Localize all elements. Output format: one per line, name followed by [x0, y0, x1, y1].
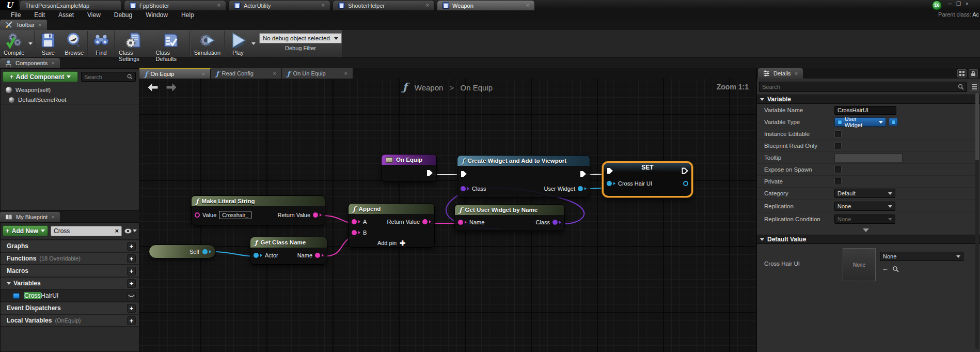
app-tab-weapon[interactable]: Weapon × — [437, 0, 535, 10]
compile-button[interactable]: Compile — [0, 30, 28, 56]
tooltip-field[interactable] — [834, 154, 903, 162]
advanced-expander-icon[interactable] — [863, 228, 869, 232]
close-icon[interactable]: × — [526, 3, 529, 8]
asset-thumbnail[interactable]: None — [843, 248, 876, 281]
clear-search-icon[interactable]: × — [115, 227, 119, 235]
exec-out-pin[interactable] — [426, 170, 433, 176]
details-panel-tab[interactable]: Details × — [758, 68, 803, 79]
node-self[interactable]: Self — [149, 244, 216, 258]
value-text-field[interactable]: Crosshair_ — [219, 211, 251, 219]
section-functions[interactable]: Functions (18 Overridable) + — [1, 253, 139, 265]
close-icon[interactable]: × — [795, 71, 798, 76]
graph-tab-on-un-equip[interactable]: ƒ On Un Equip × — [282, 68, 353, 79]
add-pin-button[interactable]: Add pin ✚ — [349, 238, 434, 248]
node-get-class-name[interactable]: ƒ Get Class Name Actor Name — [250, 237, 327, 265]
node-on-equip[interactable]: On Equip — [381, 154, 437, 182]
default-value-section-header[interactable]: Default Value — [757, 235, 980, 244]
my-blueprint-search-input[interactable]: Cross × — [51, 226, 122, 236]
browse-asset-icon[interactable] — [892, 266, 899, 272]
toolbar-tab[interactable]: Toolbar × — [0, 20, 47, 30]
close-icon[interactable]: × — [273, 71, 276, 76]
b-input-pin[interactable]: B — [352, 229, 367, 236]
close-icon[interactable]: × — [344, 71, 347, 76]
view-options-button[interactable] — [124, 226, 137, 236]
section-event-dispatchers[interactable]: Event Dispatchers + — [1, 302, 139, 315]
section-graphs[interactable]: Graphs + — [1, 240, 139, 253]
details-scrollbar[interactable] — [975, 93, 979, 349]
graph-tab-on-equip[interactable]: ƒ On Equip × — [139, 68, 211, 79]
close-icon[interactable]: × — [966, 1, 969, 7]
add-macro-button[interactable]: + — [127, 267, 136, 276]
menu-window[interactable]: Window — [139, 11, 175, 19]
add-function-button[interactable]: + — [127, 254, 136, 263]
section-macros[interactable]: Macros + — [1, 265, 139, 278]
add-graph-button[interactable]: + — [127, 242, 136, 251]
add-component-button[interactable]: Add Component — [3, 71, 78, 82]
default-value-dropdown[interactable]: None — [880, 252, 963, 261]
close-icon[interactable]: × — [38, 22, 41, 28]
add-local-variable-button[interactable]: + — [127, 316, 136, 325]
variable-name-field[interactable]: CrossHairUI — [834, 106, 896, 115]
debug-object-dropdown[interactable]: No debug object selected — [259, 33, 342, 43]
replication-dropdown[interactable]: None — [834, 202, 895, 211]
menu-debug[interactable]: Debug — [107, 11, 139, 19]
restore-icon[interactable]: ❐ — [956, 1, 961, 7]
lock-icon[interactable] — [969, 69, 978, 78]
name-output-pin[interactable]: Name — [297, 252, 324, 258]
replication-condition-dropdown[interactable]: None — [834, 215, 895, 224]
close-icon[interactable]: × — [51, 60, 54, 66]
append-return-value-pin[interactable]: Return Value — [387, 219, 431, 225]
play-options-caret-icon[interactable] — [251, 42, 256, 45]
breadcrumb-root[interactable]: Weapon — [415, 83, 444, 92]
component-item-weapon-self[interactable]: Weapon(self) — [1, 85, 139, 95]
exec-out-pin[interactable] — [682, 167, 688, 174]
blueprint-read-only-checkbox[interactable] — [834, 142, 842, 149]
self-output-pin[interactable] — [202, 249, 211, 254]
node-make-literal-string[interactable]: ƒ Make Literal String Value Crosshair_ R… — [191, 195, 325, 225]
menu-view[interactable]: View — [81, 11, 107, 19]
graph-tab-read-config[interactable]: ƒ Read Config × — [211, 68, 282, 79]
blueprint-graph-canvas[interactable]: ƒ Weapon > On Equip Zoom 1:1 On Equip — [139, 79, 756, 352]
exec-out-pin[interactable] — [580, 171, 587, 177]
close-icon[interactable]: × — [217, 3, 220, 8]
actor-input-pin[interactable]: Actor — [254, 252, 278, 258]
close-icon[interactable]: × — [51, 215, 54, 220]
menu-help[interactable]: Help — [175, 11, 201, 19]
a-input-pin[interactable]: A — [352, 219, 367, 225]
class-settings-button[interactable]: Class Settings — [115, 30, 152, 62]
instance-editable-checkbox[interactable] — [834, 130, 842, 137]
user-widget-output-pin[interactable]: User Widget — [544, 186, 587, 192]
browse-button[interactable]: Browse — [61, 30, 87, 56]
close-icon[interactable]: × — [202, 71, 205, 77]
exec-in-pin[interactable] — [461, 171, 467, 177]
class-defaults-button[interactable]: Class Defaults — [152, 30, 189, 62]
category-dropdown[interactable]: Default — [834, 189, 895, 198]
node-get-user-widget-by-name[interactable]: ƒ Get User Widget by Name Name Class — [454, 204, 565, 231]
components-panel-tab[interactable]: Components × — [0, 58, 60, 68]
container-type-button[interactable] — [889, 118, 898, 126]
close-icon[interactable]: × — [322, 3, 325, 8]
variable-type-dropdown[interactable]: User Widget — [834, 117, 886, 127]
add-event-dispatcher-button[interactable]: + — [127, 304, 136, 313]
simulation-button[interactable]: Simulation — [191, 30, 224, 56]
app-tab-fppshooter[interactable]: FppShooter × — [124, 0, 226, 10]
app-tab-shooterhelper[interactable]: ShooterHelper × — [333, 0, 435, 10]
cross-hair-ui-output-pin[interactable] — [683, 181, 688, 186]
menu-file[interactable]: File — [4, 11, 27, 19]
name-input-pin[interactable]: Name — [458, 219, 484, 225]
find-button[interactable]: Find — [88, 30, 114, 56]
private-checkbox[interactable] — [834, 178, 842, 185]
node-set-crosshairui[interactable]: SET Cross Hair UI — [602, 161, 693, 197]
compile-options-caret-icon[interactable] — [28, 42, 33, 45]
section-variables[interactable]: Variables + — [1, 278, 139, 290]
return-value-output-pin[interactable]: Return Value — [278, 212, 322, 218]
my-blueprint-panel-tab[interactable]: My Blueprint × — [0, 212, 60, 222]
cross-hair-ui-input-pin[interactable]: Cross Hair UI — [607, 180, 652, 187]
node-create-widget[interactable]: ƒ Create Widget and Add to Viewport Clas… — [457, 155, 590, 197]
app-tab-actorutility[interactable]: ActorUtility × — [228, 0, 330, 10]
class-input-pin[interactable]: Class — [461, 186, 486, 192]
minimize-icon[interactable]: ─ — [948, 1, 952, 7]
app-tab-level-map[interactable]: ThirdPersonExampleMap — [20, 0, 122, 10]
add-variable-button[interactable]: + — [127, 279, 136, 288]
component-item-default-scene-root[interactable]: DefaultSceneRoot — [1, 95, 139, 105]
